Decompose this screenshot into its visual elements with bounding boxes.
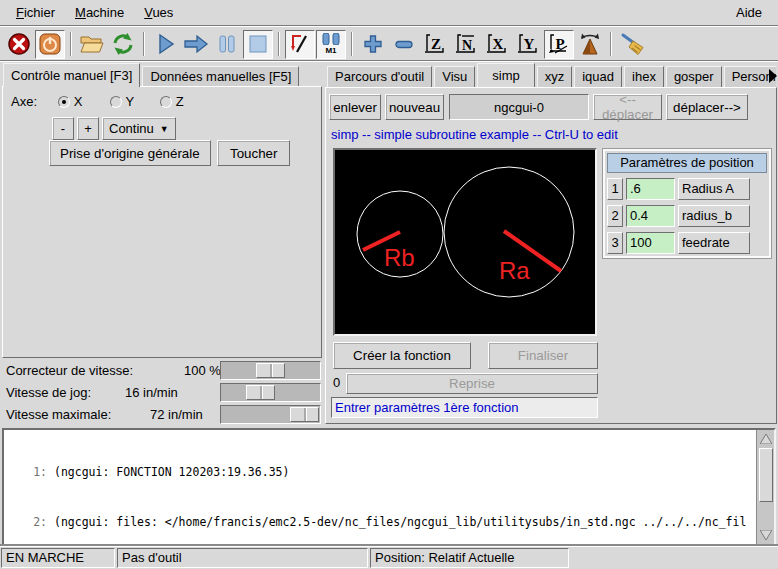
reload-icon xyxy=(111,32,135,56)
reload-button[interactable] xyxy=(108,30,138,59)
view-perspective-button[interactable]: P xyxy=(544,30,574,59)
machine-power-button[interactable] xyxy=(35,30,65,59)
view-y-button[interactable]: Y xyxy=(513,30,543,59)
run-button[interactable] xyxy=(150,30,180,59)
clear-plot-button[interactable] xyxy=(617,30,647,59)
param-value-input[interactable]: .6 xyxy=(626,178,675,200)
menu-fichier-rest: ichier xyxy=(24,5,55,20)
max-velocity-slider[interactable] xyxy=(220,405,321,424)
tab-iquad[interactable]: iquad xyxy=(574,66,622,87)
menu-fichier[interactable]: Fichier xyxy=(6,2,65,23)
scroll-up-icon[interactable] xyxy=(758,431,774,447)
finalize-button[interactable]: Finaliser xyxy=(488,342,598,369)
param-name: Radius A xyxy=(678,178,750,200)
axis-radio-z[interactable]: Z xyxy=(160,94,184,109)
tab-scroll-right[interactable] xyxy=(768,66,778,86)
slider-handle[interactable] xyxy=(256,363,285,378)
tab-visu[interactable]: Visu xyxy=(434,66,475,87)
restart-counter: 0 xyxy=(333,375,340,390)
zoom-out-button[interactable] xyxy=(389,30,419,59)
view-x-button[interactable]: X xyxy=(482,30,512,59)
slider-handle[interactable] xyxy=(246,385,275,400)
svg-text:P: P xyxy=(555,36,564,52)
menu-vues-rest: ues xyxy=(152,5,173,20)
jog-speed-slider[interactable] xyxy=(220,383,321,402)
feed-override-row: Correcteur de vitesse: 100 % xyxy=(2,361,322,380)
step-button[interactable] xyxy=(181,30,211,59)
view-z-rotated-icon: N xyxy=(454,32,478,56)
move-left-button[interactable]: <--déplacer xyxy=(593,94,662,120)
radio-z-indicator xyxy=(160,96,172,108)
menu-machine-rest: achine xyxy=(86,5,124,20)
view-z-rotated-button[interactable]: N xyxy=(451,30,481,59)
view-z-button[interactable]: Z xyxy=(420,30,450,59)
remove-button[interactable]: enlever xyxy=(329,94,381,120)
log-scrollbar[interactable] xyxy=(756,430,774,544)
zoom-in-icon xyxy=(361,32,385,56)
subroutine-info-text: simp -- simple subroutine example -- Ctr… xyxy=(331,127,618,142)
jog-plus-button[interactable]: + xyxy=(77,117,99,140)
log-line-number: 2: xyxy=(4,514,47,531)
optional-pause-m1-icon: M1 xyxy=(321,33,341,55)
feed-override-slider[interactable] xyxy=(220,361,321,380)
estop-button[interactable] xyxy=(4,30,34,59)
max-velocity-label: Vitesse maximale: xyxy=(6,407,111,422)
axis-y-label: Y xyxy=(125,94,134,109)
menu-machine[interactable]: Machine xyxy=(65,2,134,23)
param-value-input[interactable]: 0.4 xyxy=(626,205,675,227)
slider-handle[interactable] xyxy=(290,407,319,422)
feed-override-label: Correcteur de vitesse: xyxy=(6,363,133,378)
gcode-log-text: 1:(ngcgui: FONCTION 120203:19.36.35) 2:(… xyxy=(4,431,756,544)
toolbar-separator xyxy=(143,32,145,56)
tab-donnees-manuelles[interactable]: Données manuelles [F5] xyxy=(142,66,299,87)
tab-gosper[interactable]: gosper xyxy=(666,66,722,87)
home-all-button[interactable]: Prise d'origine générale xyxy=(49,140,211,166)
restart-button[interactable]: Reprise xyxy=(346,373,598,394)
log-line: 2:(ngcgui: files: </home/francis/emc2.5-… xyxy=(4,514,756,531)
move-right-button[interactable]: déplacer--> xyxy=(666,94,748,120)
open-file-button[interactable] xyxy=(77,30,107,59)
optional-pause-button[interactable]: M1 xyxy=(316,30,346,59)
instance-name-field[interactable]: ngcgui-0 xyxy=(449,94,589,120)
jog-speed-row: Vitesse de jog: 16 in/min xyxy=(2,383,322,402)
zoom-in-button[interactable] xyxy=(358,30,388,59)
rotate-view-button[interactable] xyxy=(575,30,605,59)
toolbar-separator xyxy=(610,32,612,56)
svg-text:Z: Z xyxy=(431,36,441,52)
touch-off-button[interactable]: Toucher xyxy=(217,140,290,166)
pause-icon xyxy=(215,32,239,56)
scroll-down-icon[interactable] xyxy=(758,527,774,543)
right-tabbar: Parcours d'outil Visu simp xyz iquad ihe… xyxy=(327,63,776,87)
jog-speed-value: 16 in/min xyxy=(125,385,178,400)
view-z-icon: Z xyxy=(423,32,447,56)
log-line-text: (ngcgui: files: </home/francis/emc2.5-de… xyxy=(54,514,746,531)
zoom-out-icon xyxy=(392,32,416,56)
new-button[interactable]: nouveau xyxy=(385,94,444,120)
axis-radio-x[interactable]: X xyxy=(58,94,82,109)
jog-mode-dropdown[interactable]: Continu ▼ xyxy=(102,117,176,140)
menu-machine-initial: M xyxy=(75,5,86,20)
m1-label: M1 xyxy=(321,47,341,55)
menu-aide[interactable]: Aide xyxy=(726,2,772,23)
scrollbar-thumb[interactable] xyxy=(759,448,773,502)
axis-radio-y[interactable]: Y xyxy=(110,94,134,109)
position-params-panel: Paramètres de position 1 .6 Radius A 2 0… xyxy=(603,149,771,258)
param-number: 2 xyxy=(607,205,623,227)
machine-state-cell: EN MARCHE xyxy=(1,548,115,568)
position-mode-cell: Position: Relatif Actuelle xyxy=(370,548,569,568)
tab-simp[interactable]: simp xyxy=(477,63,534,87)
skip-lines-button[interactable] xyxy=(285,30,315,59)
tab-controle-manuel[interactable]: Contrôle manuel [F3] xyxy=(3,63,140,87)
param-number: 1 xyxy=(607,178,623,200)
tab-parcours-outil[interactable]: Parcours d'outil xyxy=(327,66,432,87)
jog-minus-button[interactable]: - xyxy=(52,117,74,140)
tab-xyz[interactable]: xyz xyxy=(537,66,573,87)
axis-window: Fichier Machine Vues Aide xyxy=(0,0,778,569)
create-feature-button[interactable]: Créer la fonction xyxy=(333,342,471,369)
param-value-input[interactable]: 100 xyxy=(626,232,675,254)
pause-button[interactable] xyxy=(212,30,242,59)
tab-ihex[interactable]: ihex xyxy=(624,66,664,87)
stop-button[interactable] xyxy=(243,30,273,59)
menu-vues[interactable]: Vues xyxy=(134,2,183,23)
machine-power-icon xyxy=(38,32,62,56)
